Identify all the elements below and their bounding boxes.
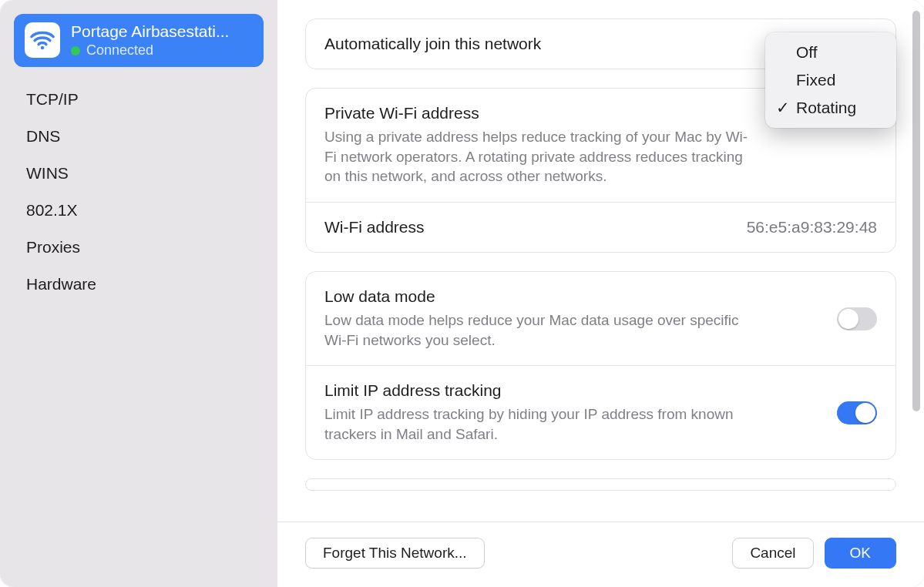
toggle-knob [838, 309, 858, 329]
sidebar-item-wins[interactable]: WINS [18, 155, 259, 192]
dropdown-option-fixed[interactable]: Fixed [765, 66, 896, 94]
sidebar-item-8021x[interactable]: 802.1X [18, 192, 259, 229]
scrollbar[interactable] [912, 11, 920, 427]
sidebar-item-proxies[interactable]: Proxies [18, 229, 259, 266]
status-dot-icon [71, 46, 80, 55]
row-low-data: Low data mode Low data mode helps reduce… [306, 272, 895, 365]
sidebar: Portage Airbasestati... Connected TCP/IP… [0, 0, 277, 587]
private-address-dropdown[interactable]: Off Fixed ✓ Rotating [765, 32, 896, 128]
wifi-address-value: 56:e5:a9:83:29:48 [747, 218, 877, 236]
sidebar-item-hardware[interactable]: Hardware [18, 266, 259, 303]
sidebar-list: TCP/IP DNS WINS 802.1X Proxies Hardware [14, 76, 264, 307]
toggle-knob [855, 403, 875, 423]
settings-window: Portage Airbasestati... Connected TCP/IP… [0, 0, 924, 587]
group-data-modes: Low data mode Low data mode helps reduce… [305, 271, 896, 461]
dropdown-option-label: Off [796, 43, 818, 62]
dropdown-option-label: Fixed [796, 71, 835, 89]
ok-button[interactable]: OK [825, 538, 896, 569]
low-data-title: Low data mode [324, 287, 822, 306]
dropdown-option-off[interactable]: Off [765, 39, 896, 66]
check-icon: ✓ [774, 99, 791, 117]
network-status-row: Connected [71, 42, 229, 59]
footer: Forget This Network... Cancel OK [277, 522, 924, 587]
private-address-desc: Using a private address helps reduce tra… [324, 127, 756, 186]
low-data-toggle[interactable] [837, 307, 877, 330]
wifi-icon [25, 22, 60, 58]
low-data-desc: Low data mode helps reduce your Mac data… [324, 310, 756, 350]
network-name: Portage Airbasestati... [71, 22, 229, 42]
group-placeholder [305, 478, 896, 491]
row-limit-ip: Limit IP address tracking Limit IP addre… [306, 365, 895, 459]
network-status-label: Connected [86, 42, 153, 59]
limit-ip-toggle[interactable] [837, 401, 877, 424]
sidebar-network-item[interactable]: Portage Airbasestati... Connected [14, 14, 264, 67]
main-panel: Automatically join this network Private … [277, 0, 924, 587]
scrollbar-thumb[interactable] [912, 11, 920, 411]
wifi-address-title: Wi-Fi address [324, 218, 425, 236]
dropdown-option-label: Rotating [796, 99, 856, 117]
network-text: Portage Airbasestati... Connected [71, 22, 229, 59]
sidebar-item-dns[interactable]: DNS [18, 118, 259, 155]
svg-point-0 [41, 46, 45, 50]
limit-ip-desc: Limit IP address tracking by hiding your… [324, 404, 756, 444]
row-wifi-address: Wi-Fi address 56:e5:a9:83:29:48 [306, 202, 895, 252]
sidebar-item-tcpip[interactable]: TCP/IP [18, 81, 259, 118]
cancel-button[interactable]: Cancel [732, 538, 813, 569]
dropdown-option-rotating[interactable]: ✓ Rotating [765, 94, 896, 122]
limit-ip-title: Limit IP address tracking [324, 381, 822, 400]
forget-network-button[interactable]: Forget This Network... [305, 538, 485, 569]
